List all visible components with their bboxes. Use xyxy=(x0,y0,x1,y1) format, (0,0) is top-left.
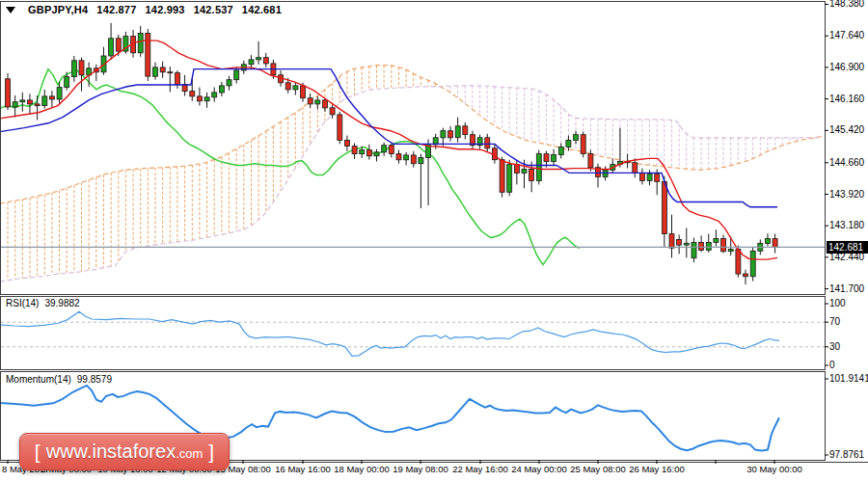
ohlc-high: 142.993 xyxy=(146,4,185,15)
current-price-badge: 142.681 xyxy=(827,241,868,254)
symbol-label: GBPJPY,H4 xyxy=(28,4,88,15)
price-axis-label: 143.920 xyxy=(829,189,864,200)
momentum-axis-label: 101.9141 xyxy=(829,373,868,384)
watermark-tld: .com xyxy=(176,446,203,461)
chart-canvas xyxy=(0,0,868,482)
ohlc-close: 142.681 xyxy=(242,4,282,15)
momentum-indicator-label: Momentum(14) 99.8579 xyxy=(6,374,112,385)
rsi-axis-label: 100 xyxy=(829,298,846,308)
price-axis-label: 147.640 xyxy=(829,30,864,40)
chart-title: GBPJPY,H4 142.877 142.993 142.537 142.68… xyxy=(6,4,282,15)
time-axis-label: 30 May 00:00 xyxy=(746,464,802,474)
price-axis-label: 144.660 xyxy=(829,157,864,168)
price-axis-label: 143.180 xyxy=(829,220,864,230)
price-axis-label: 145.420 xyxy=(829,124,864,135)
trading-chart-window: GBPJPY,H4 142.877 142.993 142.537 142.68… xyxy=(0,0,868,482)
time-axis-label: 25 May 08:00 xyxy=(570,464,626,474)
momentum-name: Momentum(14) xyxy=(6,374,71,385)
rsi-name: RSI(14) xyxy=(6,298,39,308)
time-axis-label: 18 May 00:00 xyxy=(334,464,390,474)
price-axis-label: 146.900 xyxy=(829,62,864,72)
time-axis-label: 22 May 16:00 xyxy=(452,464,508,474)
watermark-bracket-right: ] xyxy=(208,441,214,464)
time-axis-label: 26 May 16:00 xyxy=(629,464,685,474)
time-axis-label: 24 May 00:00 xyxy=(511,464,567,474)
watermark-bracket-left: [ xyxy=(35,441,41,464)
rsi-axis-label: 0 xyxy=(829,360,835,370)
current-price-value: 142.681 xyxy=(828,242,863,253)
rsi-axis-label: 30 xyxy=(829,341,840,352)
ohlc-low: 142.537 xyxy=(194,4,233,15)
rsi-indicator-label: RSI(14) 39.9882 xyxy=(6,298,80,308)
rsi-value: 39.9882 xyxy=(44,298,79,308)
instaforex-watermark-link[interactable]: [ www.instaforex .com ] xyxy=(19,433,230,470)
time-axis-label: 16 May 16:00 xyxy=(275,464,331,474)
price-axis-label: 148.380 xyxy=(829,0,864,9)
symbol-dropdown-icon[interactable] xyxy=(6,7,15,13)
ohlc-open: 142.877 xyxy=(96,4,136,15)
momentum-value: 99.8579 xyxy=(77,374,112,385)
watermark-domain: www.instaforex xyxy=(46,441,176,463)
price-axis-label: 141.700 xyxy=(829,283,864,294)
price-axis-label: 146.160 xyxy=(829,94,864,104)
momentum-axis-label: 97.8761 xyxy=(829,449,864,460)
rsi-axis-label: 70 xyxy=(829,316,840,327)
time-axis-label: 19 May 08:00 xyxy=(393,464,448,474)
